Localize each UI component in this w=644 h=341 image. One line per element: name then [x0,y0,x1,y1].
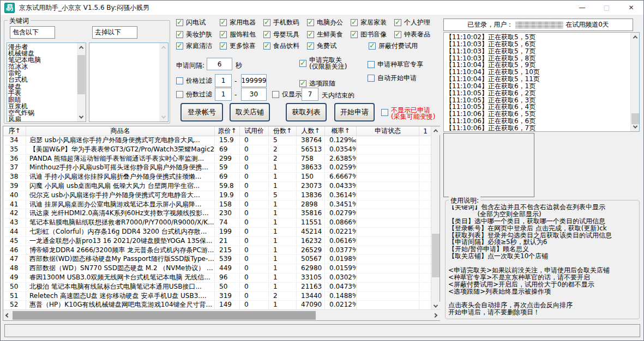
category-checkbox[interactable]: 闪电试 [176,19,220,26]
category-checkbox[interactable]: 美妆护肤 [176,31,220,38]
table-cell[interactable]: 0.0279‰ [325,209,357,218]
table-cell[interactable]: 42 [3,209,26,218]
table-cell[interactable]: 449 [215,264,240,273]
exclude-keyword-list[interactable] [89,42,168,122]
table-cell[interactable]: 0 [240,163,269,172]
table-cell[interactable]: Reletech 高速固态U盘 迷你移动硬盘 安卓手机U盘 USB3.... [26,292,215,301]
table-cell[interactable] [419,145,432,154]
table-cell[interactable]: 1 [269,237,297,246]
table-cell[interactable] [419,155,432,163]
scroll-right-icon[interactable] [431,311,440,320]
table-cell[interactable] [419,191,432,200]
table-cell[interactable]: 74 [215,218,240,227]
category-checkbox[interactable]: 个人护理 [394,19,438,26]
table-cell[interactable] [357,191,419,200]
table-cell[interactable] [357,155,419,163]
scroll-down-icon[interactable] [77,113,86,121]
table-header-cell[interactable]: 人数↑ [297,126,325,136]
table-cell[interactable]: 1 [269,273,297,282]
table-cell[interactable]: 2 [269,155,297,163]
login-button[interactable]: 登录帐号 [180,103,223,121]
table-cell[interactable]: 52 [3,301,26,309]
table-cell[interactable]: 5 [269,191,297,200]
category-checkbox[interactable]: 食品饮料 [263,42,307,50]
table-cell[interactable]: 0.0354‰ [325,145,357,154]
table-row[interactable]: 36PANDA 熊猫超薄运动智能手表智能通话手表实时心率监测...2990275… [3,155,432,164]
table-cell[interactable]: 1 [269,173,297,181]
table-cell[interactable]: PANDA 熊猫超薄运动智能手表智能通话手表实时心率监测... [26,155,215,163]
keyword-list-item[interactable]: 机械键盘 [8,50,86,57]
table-cell[interactable]: 5 [269,136,297,145]
table-cell[interactable]: 199 [215,228,240,236]
hide-applied-checkbox[interactable]: 不显示已申请 (采集可能变慢) [381,109,435,120]
table-cell[interactable]: 35816 [297,209,325,218]
scroll-up-icon[interactable] [631,33,640,41]
table-cell[interactable]: 62980 [297,264,325,273]
keyword-list-item[interactable]: 豆浆机 [8,103,86,109]
keyword-list-item[interactable]: 笔记本电脑 [8,57,86,63]
table-cell[interactable]: 38 [3,173,26,181]
table-row[interactable]: 49睿因1300M USB3.0双频无线网卡台式机笔记本电脑 无线信...960… [3,273,432,283]
table-cell[interactable]: 0.0212‰ [325,301,357,309]
table-cell[interactable]: 46 [3,246,26,255]
table-cell[interactable] [419,264,432,273]
table-cell[interactable]: 50567 [297,255,325,264]
table-cell[interactable] [357,301,419,309]
table-cell[interactable]: 36 [3,155,26,163]
table-cell[interactable]: 1 [269,283,297,291]
table-cell[interactable] [357,145,419,154]
table-cell[interactable] [419,182,432,191]
table-cell[interactable]: 1 [269,200,297,209]
table-header-cell[interactable]: 1 [419,126,432,136]
table-cell[interactable]: 47090 [297,301,325,309]
table-cell[interactable]: 48 [3,264,26,273]
include-list-scrollbar[interactable] [77,43,86,121]
table-cell[interactable]: 0 [240,218,269,227]
table-row[interactable]: 39闪魔 小风扇 usb桌面电风扇 低噪大风力 台壁两用学生宿...59.801… [3,182,432,191]
table-cell[interactable]: 0.0866‰ [325,218,357,227]
table-cell[interactable] [357,264,419,273]
table-row[interactable]: 51Reletech 高速固态U盘 迷你移动硬盘 安卓手机U盘 USB3....… [3,292,432,301]
table-cell[interactable]: 笔记本贴膜电脑贴纸联想拯救者R7000/P/Y7000/R9000/X/K... [26,218,215,227]
fetch-list-button[interactable]: 获取列表 [286,103,327,121]
table-cell[interactable]: 34 [3,136,26,145]
table-cell[interactable]: 0.0159‰ [325,264,357,273]
keyword-list-item[interactable]: 漫步者 [8,44,86,50]
scrollbar-thumb[interactable] [432,234,440,277]
table-cell[interactable]: 讯迪 手持小风扇迷你挂脖风扇折叠户外随身便携式挂颈懒... [26,173,215,181]
table-cell[interactable]: 37 [3,163,26,172]
table-cell[interactable]: 惠普（HP）K10G有线机械键盘网吧电竞游戏104键全尺寸背... [26,301,215,309]
price-filter-checkbox[interactable]: 价格过滤 [176,77,212,84]
table-cell[interactable]: 50 [215,283,240,291]
table-cell[interactable]: 0.0433‰ [325,182,357,191]
table-cell[interactable]: 539 [215,255,240,264]
table-cell[interactable]: 1 [269,228,297,236]
table-vertical-scrollbar[interactable] [431,126,440,310]
table-cell[interactable]: 96 [215,273,240,282]
table-cell[interactable]: 158 [215,200,240,209]
table-cell[interactable]: 西部数据(WD)固态移动硬盘My Passport随行版SSD版Type-... [26,255,215,264]
category-checkbox[interactable]: 钟表奢品 [394,31,438,38]
table-row[interactable]: 38讯迪 手持小风扇迷你挂脖风扇折叠户外随身便携式挂颈懒...69011506.… [3,173,432,182]
keyword-list-item[interactable]: 范冰冰 [8,63,86,70]
table-cell[interactable] [357,273,419,282]
table-row[interactable]: 42讯达康 光纤HDMI2.0高清4K系列60Hz支持数字视频线投影...230… [3,209,432,218]
category-checkbox[interactable]: 母婴玩具 [263,31,307,38]
table-cell[interactable]: 睿因1300M USB3.0双频无线网卡台式机笔记本电脑 无线信... [26,273,215,282]
table-cell[interactable]: Minthouz手持小风扇usb可摇头迷你静音风扇户外随身便携... [26,163,215,172]
table-cell[interactable]: 49 [3,273,26,282]
table-cell[interactable]: 0 [240,209,269,218]
table-cell[interactable]: 230 [215,209,240,218]
category-checkbox[interactable]: 家庭清洁 [176,42,220,50]
table-cell[interactable]: 0 [240,273,269,282]
table-cell[interactable]: 59 [215,163,240,172]
table-cell[interactable]: 0 [240,200,269,209]
table-cell[interactable]: 七彩虹（Colorful）内存条16g DDR4 3200 台式机内存散... [26,228,215,236]
table-header-cell[interactable]: 申请状态 [357,126,419,136]
table-cell[interactable]: 0.3451‰ [325,200,357,209]
table-header-cell[interactable]: 序↑ [3,126,26,136]
scrollbar-thumb[interactable] [631,113,639,124]
table-cell[interactable]: 0 [240,283,269,291]
table-cell[interactable]: 0 [240,237,269,246]
table-header-cell[interactable]: 试用价 [240,126,269,136]
